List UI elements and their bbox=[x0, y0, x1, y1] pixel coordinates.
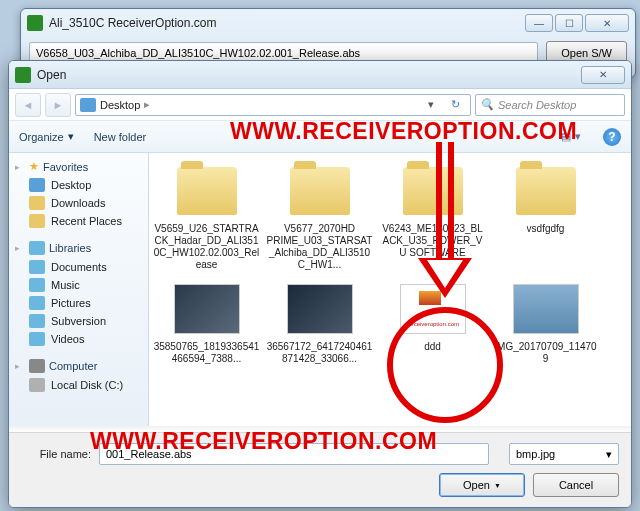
videos-icon bbox=[29, 332, 45, 346]
dialog-titlebar: Open ✕ bbox=[9, 61, 631, 89]
open-file-dialog: Open ✕ ◄ ► Desktop ▸ ▾ ↻ 🔍 Search Deskto… bbox=[8, 60, 632, 508]
chevron-down-icon: ▾ bbox=[68, 130, 74, 143]
sidebar-item-music[interactable]: Music bbox=[9, 276, 148, 294]
image-thumbnail bbox=[400, 284, 466, 334]
sidebar-item-documents[interactable]: Documents bbox=[9, 258, 148, 276]
sidebar: ▸ ★ Favorites Desktop Downloads Recent P… bbox=[9, 153, 149, 426]
cancel-button[interactable]: Cancel bbox=[533, 473, 619, 497]
search-placeholder: Search Desktop bbox=[498, 99, 576, 111]
file-list[interactable]: V5659_U26_STARTRACK_Hadar_DD_ALI3510C_HW… bbox=[149, 153, 631, 426]
toolbar: Organize▾ New folder ▤ ▾ ? bbox=[9, 121, 631, 153]
favorites-heading[interactable]: ▸ ★ Favorites bbox=[9, 157, 148, 176]
filename-input[interactable] bbox=[99, 443, 489, 465]
maximize-button[interactable]: ☐ bbox=[555, 14, 583, 32]
dialog-footer: File name: bmp.jpg ▾ Open▼ Cancel bbox=[9, 432, 631, 507]
folder-icon bbox=[516, 167, 576, 215]
libraries-group: ▸ Libraries Documents Music Pictures Sub… bbox=[9, 238, 148, 348]
libraries-icon bbox=[29, 241, 45, 255]
sidebar-item-desktop[interactable]: Desktop bbox=[9, 176, 148, 194]
desktop-icon bbox=[29, 178, 45, 192]
dialog-body: ▸ ★ Favorites Desktop Downloads Recent P… bbox=[9, 153, 631, 426]
dialog-close-button[interactable]: ✕ bbox=[581, 66, 625, 84]
chevron-icon: ▸ bbox=[15, 361, 25, 371]
image-thumbnail bbox=[513, 284, 579, 334]
minimize-button[interactable]: — bbox=[525, 14, 553, 32]
button-row: Open▼ Cancel bbox=[21, 473, 619, 497]
sidebar-item-videos[interactable]: Videos bbox=[9, 330, 148, 348]
chevron-icon: ▸ bbox=[15, 243, 25, 253]
chevron-down-icon: ▾ bbox=[606, 448, 612, 461]
window-controls: — ☐ ✕ bbox=[525, 14, 629, 32]
folder-item[interactable]: V6243_ME160523_BLACK_U35_POWER_VU SOFTWA… bbox=[377, 159, 488, 275]
chevron-right-icon: ▸ bbox=[144, 98, 150, 111]
folder-item[interactable]: V5677_2070HD PRIME_U03_STARSAT_Alchiba_D… bbox=[264, 159, 375, 275]
help-icon[interactable]: ? bbox=[603, 128, 621, 146]
parent-window-title: Ali_3510C ReceiverOption.com bbox=[49, 16, 525, 30]
image-item[interactable]: 36567172_6417240461871428_33066... bbox=[264, 277, 375, 369]
folder-item[interactable]: vsdfgdfg bbox=[490, 159, 601, 275]
image-item[interactable]: 35850765_1819336541466594_7388... bbox=[151, 277, 262, 369]
file-type-filter[interactable]: bmp.jpg ▾ bbox=[509, 443, 619, 465]
image-item[interactable]: IMG_20170709_114709 bbox=[490, 277, 601, 369]
image-thumbnail bbox=[174, 284, 240, 334]
organize-menu[interactable]: Organize▾ bbox=[19, 130, 74, 143]
folder-icon bbox=[290, 167, 350, 215]
nav-back-button[interactable]: ◄ bbox=[15, 93, 41, 117]
open-button[interactable]: Open▼ bbox=[439, 473, 525, 497]
view-options-button[interactable]: ▤ ▾ bbox=[559, 126, 583, 148]
subversion-icon bbox=[29, 314, 45, 328]
sidebar-item-subversion[interactable]: Subversion bbox=[9, 312, 148, 330]
folder-item[interactable]: V5659_U26_STARTRACK_Hadar_DD_ALI3510C_HW… bbox=[151, 159, 262, 275]
computer-heading[interactable]: ▸ Computer bbox=[9, 356, 148, 376]
filename-label: File name: bbox=[21, 448, 91, 460]
search-input[interactable]: 🔍 Search Desktop bbox=[475, 94, 625, 116]
disk-icon bbox=[29, 378, 45, 392]
pictures-icon bbox=[29, 296, 45, 310]
dialog-title: Open bbox=[37, 68, 581, 82]
app-icon bbox=[27, 15, 43, 31]
documents-icon bbox=[29, 260, 45, 274]
image-item[interactable]: ddd bbox=[377, 277, 488, 369]
recent-icon bbox=[29, 214, 45, 228]
star-icon: ★ bbox=[29, 160, 39, 173]
folder-icon bbox=[177, 167, 237, 215]
chevron-icon: ▸ bbox=[15, 162, 25, 172]
sidebar-item-downloads[interactable]: Downloads bbox=[9, 194, 148, 212]
filename-row: File name: bmp.jpg ▾ bbox=[21, 443, 619, 465]
libraries-heading[interactable]: ▸ Libraries bbox=[9, 238, 148, 258]
parent-titlebar: Ali_3510C ReceiverOption.com — ☐ ✕ bbox=[21, 9, 635, 37]
image-thumbnail bbox=[287, 284, 353, 334]
search-icon: 🔍 bbox=[480, 98, 494, 111]
favorites-group: ▸ ★ Favorites Desktop Downloads Recent P… bbox=[9, 157, 148, 230]
items-grid: V5659_U26_STARTRACK_Hadar_DD_ALI3510C_HW… bbox=[151, 159, 629, 369]
nav-row: ◄ ► Desktop ▸ ▾ ↻ 🔍 Search Desktop bbox=[9, 89, 631, 121]
close-button[interactable]: ✕ bbox=[585, 14, 629, 32]
sidebar-item-pictures[interactable]: Pictures bbox=[9, 294, 148, 312]
chevron-down-icon: ▼ bbox=[494, 482, 501, 489]
breadcrumb[interactable]: Desktop ▸ ▾ ↻ bbox=[75, 94, 471, 116]
folder-icon bbox=[29, 196, 45, 210]
breadcrumb-location: Desktop bbox=[100, 99, 140, 111]
dialog-window-controls: ✕ bbox=[581, 66, 625, 84]
breadcrumb-dropdown[interactable]: ▾ bbox=[422, 98, 440, 111]
nav-forward-button[interactable]: ► bbox=[45, 93, 71, 117]
desktop-icon bbox=[80, 98, 96, 112]
folder-icon bbox=[403, 167, 463, 215]
music-icon bbox=[29, 278, 45, 292]
refresh-icon[interactable]: ↻ bbox=[444, 98, 466, 111]
sidebar-item-recent[interactable]: Recent Places bbox=[9, 212, 148, 230]
dialog-icon bbox=[15, 67, 31, 83]
computer-group: ▸ Computer Local Disk (C:) bbox=[9, 356, 148, 394]
computer-icon bbox=[29, 359, 45, 373]
sidebar-item-local-disk[interactable]: Local Disk (C:) bbox=[9, 376, 148, 394]
new-folder-button[interactable]: New folder bbox=[94, 131, 147, 143]
